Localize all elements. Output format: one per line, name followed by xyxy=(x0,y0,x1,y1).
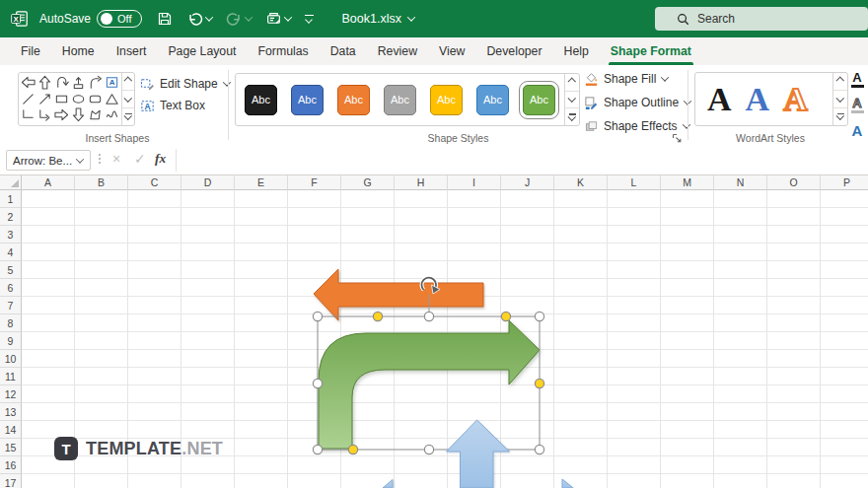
name-box[interactable]: Arrow: Be... xyxy=(6,150,91,171)
line-icon[interactable] xyxy=(20,91,36,107)
block-arrow-up-icon[interactable] xyxy=(36,74,53,91)
row-header-13[interactable]: 13 xyxy=(0,403,22,421)
cancel-button[interactable]: × xyxy=(112,151,120,167)
tab-formulas[interactable]: Formulas xyxy=(247,37,319,65)
workbook-title[interactable]: Book1.xlsx xyxy=(342,12,414,26)
row-header-8[interactable]: 8 xyxy=(0,314,22,332)
row-header-4[interactable]: 4 xyxy=(0,244,22,261)
shape-style-gold[interactable]: Abc xyxy=(430,85,463,115)
resize-handle-bottom-mid[interactable] xyxy=(424,445,433,453)
column-header-O[interactable]: O xyxy=(767,175,821,190)
block-arrow-left-icon[interactable] xyxy=(20,74,36,91)
enter-button[interactable]: ✓ xyxy=(134,151,146,167)
curved-left-arrow-icon[interactable] xyxy=(53,74,70,91)
shape-style-gray[interactable]: Abc xyxy=(384,85,416,115)
scribble-icon[interactable] xyxy=(104,107,120,124)
resize-handle-top-right[interactable] xyxy=(535,312,543,320)
insert-function-button[interactable]: fx xyxy=(155,151,166,167)
row-header-10[interactable]: 10 xyxy=(0,350,22,368)
row-header-11[interactable]: 11 xyxy=(0,368,22,385)
search-box[interactable]: Search xyxy=(655,7,868,31)
resize-handle-bottom-right[interactable] xyxy=(535,445,543,453)
column-header-L[interactable]: L xyxy=(608,175,661,190)
text-box-icon[interactable]: A xyxy=(104,74,120,91)
adjust-handle-3[interactable] xyxy=(535,379,543,387)
row-header-12[interactable]: 12 xyxy=(0,385,22,403)
bent-arrow-icon[interactable] xyxy=(87,74,104,91)
shape-outline-button[interactable]: Shape Outline xyxy=(584,93,690,112)
redo-button[interactable] xyxy=(219,5,258,33)
adjust-handle-4[interactable] xyxy=(348,445,357,453)
styles-scroll-down-button[interactable] xyxy=(565,91,579,108)
shape-styles-dialog-launcher[interactable] xyxy=(672,133,683,147)
resize-handle-top-left[interactable] xyxy=(313,312,322,320)
rounded-rectangle-icon[interactable] xyxy=(87,91,104,107)
tab-data[interactable]: Data xyxy=(320,37,367,65)
adjust-handle-1[interactable] xyxy=(373,312,382,320)
column-header-P[interactable]: P xyxy=(821,175,868,190)
tab-shape-format[interactable]: Shape Format xyxy=(600,37,702,65)
column-header-D[interactable]: D xyxy=(181,175,235,190)
wordart-style-blue-fill[interactable]: A xyxy=(746,83,770,116)
row-header-15[interactable]: 15 xyxy=(0,439,22,456)
resize-handle-top-mid[interactable] xyxy=(424,312,433,320)
isosceles-triangle-icon[interactable] xyxy=(104,91,120,107)
excel-app-icon[interactable]: X xyxy=(10,9,30,29)
quick-command-button[interactable] xyxy=(258,5,298,33)
gallery-scroll-down-button[interactable] xyxy=(122,90,134,107)
column-header-G[interactable]: G xyxy=(341,175,395,190)
gallery-more-button[interactable] xyxy=(122,107,134,125)
tab-review[interactable]: Review xyxy=(367,37,428,65)
column-header-I[interactable]: I xyxy=(448,175,501,190)
resize-handle-bottom-left[interactable] xyxy=(313,445,322,453)
shape-fill-button[interactable]: Shape Fill xyxy=(584,69,668,89)
qat-overflow-button[interactable] xyxy=(298,5,321,33)
shape-style-blue[interactable]: Abc xyxy=(291,85,324,115)
up-arrow-callout-icon[interactable] xyxy=(70,74,87,91)
row-header-1[interactable]: 1 xyxy=(0,190,22,208)
tab-view[interactable]: View xyxy=(428,37,475,65)
block-arrow-down-icon[interactable] xyxy=(70,107,87,124)
column-header-M[interactable]: M xyxy=(661,175,714,190)
oval-icon[interactable] xyxy=(70,91,87,107)
wordart-style-orange-outline[interactable]: A xyxy=(783,83,808,116)
adjust-handle-2[interactable] xyxy=(501,312,510,320)
column-header-F[interactable]: F xyxy=(288,175,341,190)
edit-shape-button[interactable]: Edit Shape xyxy=(140,74,230,94)
row-header-2[interactable]: 2 xyxy=(0,208,22,226)
column-header-A[interactable]: A xyxy=(22,175,75,190)
tab-file[interactable]: File xyxy=(10,37,51,65)
formula-input[interactable] xyxy=(176,149,868,172)
column-header-K[interactable]: K xyxy=(554,175,608,190)
name-box-dropdown-icon[interactable] xyxy=(76,155,84,163)
wordart-scroll-up-button[interactable] xyxy=(833,73,847,90)
tab-home[interactable]: Home xyxy=(51,37,106,65)
tab-help[interactable]: Help xyxy=(553,37,600,65)
save-button[interactable] xyxy=(150,5,180,33)
shape-style-light-blue[interactable]: Abc xyxy=(476,85,509,115)
column-header-C[interactable]: C xyxy=(128,175,181,190)
gallery-scroll-up-button[interactable] xyxy=(122,73,134,90)
text-fill-button[interactable]: A xyxy=(846,67,868,91)
block-arrow-right-icon[interactable] xyxy=(53,107,70,124)
row-header-7[interactable]: 7 xyxy=(0,297,22,314)
column-header-J[interactable]: J xyxy=(501,175,554,190)
row-header-5[interactable]: 5 xyxy=(0,261,22,279)
wordart-style-black-fill[interactable]: A xyxy=(707,83,732,116)
undo-button[interactable] xyxy=(180,5,219,33)
row-header-16[interactable]: 16 xyxy=(0,456,22,474)
shape-style-green[interactable]: Abc xyxy=(523,85,555,115)
elbow-arrow-connector-icon[interactable] xyxy=(36,107,53,124)
text-box-button[interactable]: A Text Box xyxy=(140,96,205,115)
autosave-toggle[interactable]: Off xyxy=(97,10,141,28)
tab-page-layout[interactable]: Page Layout xyxy=(157,37,247,65)
row-header-6[interactable]: 6 xyxy=(0,279,22,297)
shape-style-black[interactable]: Abc xyxy=(245,85,277,115)
styles-more-button[interactable] xyxy=(565,107,579,125)
select-all-corner[interactable] xyxy=(0,175,22,190)
row-header-3[interactable]: 3 xyxy=(0,226,22,244)
freeform-icon[interactable] xyxy=(87,107,104,124)
tab-insert[interactable]: Insert xyxy=(106,37,158,65)
elbow-connector-icon[interactable] xyxy=(20,107,36,124)
text-outline-button[interactable]: A xyxy=(846,93,868,116)
